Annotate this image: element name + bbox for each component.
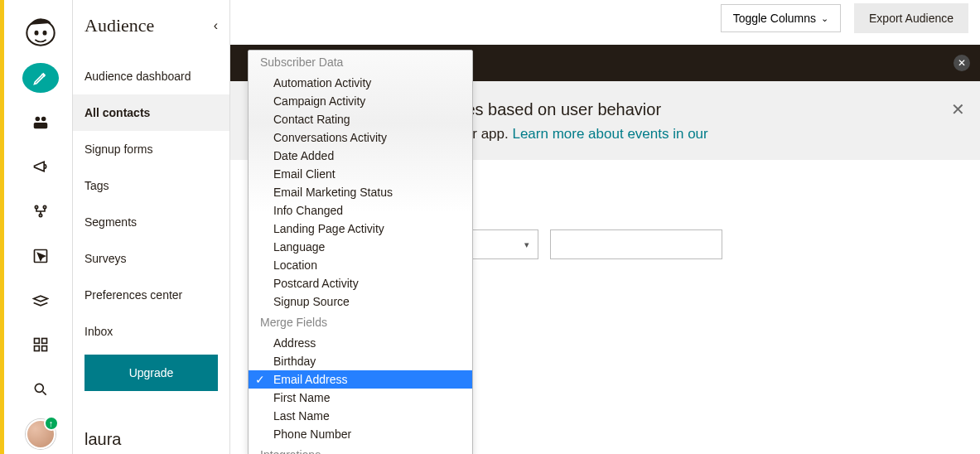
pencil-icon	[31, 69, 50, 87]
megaphone-icon	[31, 157, 50, 176]
avatar[interactable]: ↑	[26, 419, 56, 449]
dropdown-item[interactable]: Location	[249, 256, 472, 274]
integrations-nav-button[interactable]	[22, 331, 59, 360]
sidebar-item-all-contacts[interactable]: All contacts	[73, 94, 229, 131]
dropdown-group-label: Integrations	[249, 443, 472, 454]
dropdown-item[interactable]: Last Name	[249, 407, 472, 425]
dropdown-item[interactable]: Conversations Activity	[249, 128, 472, 147]
people-icon	[31, 114, 50, 132]
chevron-down-icon: ⌄	[821, 13, 828, 24]
route-icon	[31, 202, 50, 220]
dropdown-item[interactable]: Signup Source	[249, 292, 472, 311]
sidebar-item-signup-forms[interactable]: Signup forms	[73, 131, 229, 167]
svg-point-6	[35, 205, 37, 208]
search-icon	[31, 380, 50, 398]
svg-rect-12	[34, 346, 39, 351]
dropdown-item[interactable]: Info Changed	[249, 201, 472, 220]
dropdown-item[interactable]: Landing Page Activity	[249, 220, 472, 238]
export-label: Export Audience	[869, 12, 953, 25]
sidebar-item-label: All contacts	[84, 106, 150, 119]
chevron-down-icon: ▾	[524, 239, 529, 250]
content-nav-button[interactable]	[22, 286, 59, 316]
export-audience-button[interactable]: Export Audience	[854, 3, 968, 33]
stack-icon	[31, 292, 50, 310]
close-banner-button[interactable]: ✕	[951, 96, 965, 123]
sidebar-item-label: Surveys	[84, 252, 127, 265]
sidebar-item-surveys[interactable]: Surveys	[73, 240, 229, 277]
field-dropdown[interactable]: Subscriber DataAutomation ActivityCampai…	[248, 50, 473, 454]
dropdown-item[interactable]: Campaign Activity	[249, 92, 472, 110]
sidebar-item-label: Audience dashboard	[84, 70, 191, 83]
toggle-columns-label: Toggle Columns	[733, 12, 816, 25]
dropdown-group-label: Merge Fields	[249, 311, 472, 334]
upgrade-label: Upgrade	[129, 366, 174, 379]
svg-point-4	[41, 116, 45, 121]
search-nav-button[interactable]	[22, 374, 59, 404]
icon-rail: ↑	[8, 0, 73, 454]
dropdown-item[interactable]: Date Added	[249, 147, 472, 165]
dropdown-item[interactable]: Phone Number	[249, 425, 472, 443]
svg-point-14	[35, 384, 43, 392]
svg-rect-11	[41, 339, 46, 344]
dropdown-item[interactable]: First Name	[249, 389, 472, 407]
svg-point-3	[35, 116, 40, 121]
sidebar-item-label: Signup forms	[84, 142, 152, 156]
chevron-left-icon: ‹	[214, 18, 218, 32]
sidebar-item-label: Inbox	[84, 325, 113, 338]
svg-rect-13	[41, 346, 46, 351]
sidebar-item-label: Preferences center	[84, 288, 182, 302]
dropdown-item[interactable]: Language	[249, 238, 472, 256]
dropdown-item[interactable]: Email Marketing Status	[249, 183, 472, 201]
dropdown-item[interactable]: Address	[249, 334, 472, 352]
sidebar-item-segments[interactable]: Segments	[73, 204, 229, 240]
sidebar-item-tags[interactable]: Tags	[73, 167, 229, 204]
arrow-up-icon: ↑	[44, 416, 59, 431]
dropdown-item[interactable]: Birthday	[249, 352, 472, 370]
sidebar-item-inbox[interactable]: Inbox	[73, 313, 229, 350]
banner-link-text: Learn more about events in our	[512, 126, 707, 142]
close-icon: ✕	[951, 100, 965, 118]
toggle-columns-button[interactable]: Toggle Columns ⌄	[721, 4, 841, 32]
upgrade-button[interactable]: Upgrade	[84, 355, 218, 391]
sidebar-item-preferences-center[interactable]: Preferences center	[73, 277, 229, 313]
svg-point-8	[39, 214, 41, 216]
dropdown-item[interactable]: Email Address	[249, 370, 472, 389]
collapse-button[interactable]: ‹	[214, 18, 218, 33]
side-panel: Audience ‹ Audience dashboard All contac…	[73, 0, 230, 454]
topbar: Toggle Columns ⌄ Export Audience	[230, 0, 980, 36]
dropdown-group-label: Subscriber Data	[249, 51, 472, 74]
close-dark-bar-button[interactable]: ✕	[953, 55, 970, 71]
dropdown-item[interactable]: Postcard Activity	[249, 274, 472, 292]
sidebar-item-label: Segments	[84, 215, 137, 229]
svg-point-1	[34, 31, 38, 36]
grid-icon	[31, 336, 50, 354]
svg-rect-5	[33, 123, 47, 128]
banner-link[interactable]: Learn more about events in our	[512, 126, 707, 142]
cursor-window-icon	[31, 247, 50, 265]
value-input[interactable]	[550, 229, 722, 259]
close-icon: ✕	[958, 57, 966, 69]
username-display: laura	[84, 430, 121, 449]
website-nav-button[interactable]	[22, 241, 59, 271]
dropdown-item[interactable]: Automation Activity	[249, 74, 472, 92]
svg-point-2	[42, 31, 46, 36]
sidebar-item-label: Tags	[84, 179, 109, 192]
dropdown-item[interactable]: Email Client	[249, 165, 472, 183]
campaigns-nav-button[interactable]	[22, 152, 59, 182]
create-button[interactable]	[22, 63, 59, 93]
svg-rect-10	[34, 339, 39, 344]
audience-nav-button[interactable]	[22, 108, 59, 138]
sidebar-item-dashboard[interactable]: Audience dashboard	[73, 58, 229, 94]
mailchimp-logo[interactable]	[22, 15, 59, 48]
dropdown-item[interactable]: Contact Rating	[249, 110, 472, 128]
svg-point-7	[43, 205, 46, 208]
automations-nav-button[interactable]	[22, 196, 59, 226]
page-title: Audience	[84, 15, 154, 36]
